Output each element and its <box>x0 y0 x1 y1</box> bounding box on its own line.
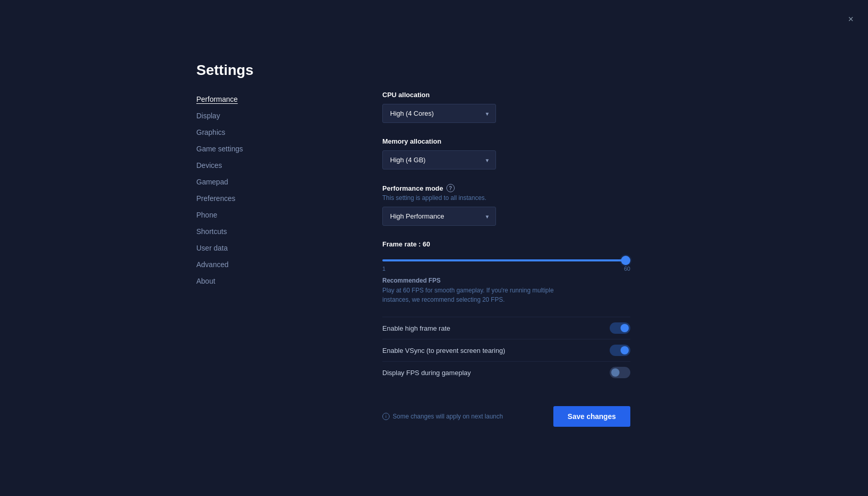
footer-note-text: Some changes will apply on next launch <box>393 413 503 420</box>
performance-mode-label-text: Performance mode <box>382 184 443 192</box>
slider-max-label: 60 <box>624 266 630 272</box>
performance-mode-help-icon[interactable]: ? <box>446 184 455 192</box>
sidebar-item-graphics[interactable]: Graphics <box>196 124 279 141</box>
settings-content: CPU allocation Low (1 Core) Medium (2 Co… <box>279 91 579 465</box>
sidebar: Performance Display Graphics Game settin… <box>196 91 279 465</box>
sidebar-item-devices[interactable]: Devices <box>196 157 279 174</box>
toggle-high-frame-rate-track <box>610 322 630 334</box>
frame-rate-slider[interactable] <box>382 259 630 261</box>
footer-info-icon: i <box>382 413 390 420</box>
sidebar-item-gamepad[interactable]: Gamepad <box>196 174 279 190</box>
memory-allocation-select[interactable]: Low (1 GB) Medium (2 GB) High (4 GB) Ult… <box>382 150 496 169</box>
cpu-allocation-label: CPU allocation <box>382 91 579 99</box>
close-button[interactable]: × <box>844 10 858 28</box>
footer-row: i Some changes will apply on next launch… <box>382 398 630 427</box>
slider-labels: 1 60 <box>382 266 630 272</box>
fps-info-text: Play at 60 FPS for smooth gameplay. If y… <box>382 286 579 304</box>
memory-allocation-label: Memory allocation <box>382 137 579 145</box>
toggle-display-fps-thumb <box>611 368 619 377</box>
performance-mode-select[interactable]: Low Power Balanced High Performance Ultr… <box>382 207 496 226</box>
performance-mode-dropdown-wrapper: Low Power Balanced High Performance Ultr… <box>382 207 496 226</box>
toggle-vsync-track <box>610 345 630 356</box>
toggle-high-frame-rate-label: Enable high frame rate <box>382 324 451 332</box>
fps-info: Recommended FPS Play at 60 FPS for smoot… <box>382 277 579 304</box>
page-title: Settings <box>196 62 253 79</box>
cpu-allocation-dropdown-wrapper: Low (1 Core) Medium (2 Cores) High (4 Co… <box>382 104 496 123</box>
toggle-display-fps[interactable] <box>610 367 630 378</box>
save-changes-button[interactable]: Save changes <box>553 406 630 427</box>
performance-mode-section: Performance mode ? This setting is appli… <box>382 184 579 226</box>
frame-rate-label: Frame rate : 60 <box>382 240 579 248</box>
performance-mode-label-row: Performance mode ? <box>382 184 579 192</box>
memory-allocation-section: Memory allocation Low (1 GB) Medium (2 G… <box>382 137 579 169</box>
toggle-high-frame-rate-row: Enable high frame rate <box>382 317 630 339</box>
toggle-vsync-label: Enable VSync (to prevent screen tearing) <box>382 347 505 354</box>
slider-container <box>382 254 630 264</box>
toggle-vsync-thumb <box>621 346 629 354</box>
toggle-display-fps-track <box>610 367 630 378</box>
toggle-display-fps-label: Display FPS during gameplay <box>382 369 471 377</box>
toggle-display-fps-row: Display FPS during gameplay <box>382 361 630 383</box>
sidebar-item-performance[interactable]: Performance <box>196 91 279 107</box>
cpu-allocation-section: CPU allocation Low (1 Core) Medium (2 Co… <box>382 91 579 123</box>
toggle-vsync-row: Enable VSync (to prevent screen tearing) <box>382 339 630 361</box>
sidebar-item-game-settings[interactable]: Game settings <box>196 141 279 157</box>
toggle-vsync[interactable] <box>610 345 630 356</box>
toggle-high-frame-rate-thumb <box>621 324 629 332</box>
sidebar-item-shortcuts[interactable]: Shortcuts <box>196 223 279 240</box>
fps-info-title: Recommended FPS <box>382 277 579 284</box>
performance-mode-sublabel: This setting is applied to all instances… <box>382 194 579 202</box>
slider-min-label: 1 <box>382 266 385 272</box>
sidebar-item-phone[interactable]: Phone <box>196 207 279 223</box>
sidebar-item-user-data[interactable]: User data <box>196 240 279 256</box>
cpu-allocation-select[interactable]: Low (1 Core) Medium (2 Cores) High (4 Co… <box>382 104 496 123</box>
memory-allocation-dropdown-wrapper: Low (1 GB) Medium (2 GB) High (4 GB) Ult… <box>382 150 496 169</box>
sidebar-item-display[interactable]: Display <box>196 107 279 124</box>
toggle-high-frame-rate[interactable] <box>610 322 630 334</box>
sidebar-item-advanced[interactable]: Advanced <box>196 256 279 273</box>
footer-note: i Some changes will apply on next launch <box>382 413 503 420</box>
frame-rate-section: Frame rate : 60 1 60 Recommended FPS Pla… <box>382 240 579 304</box>
sidebar-item-about[interactable]: About <box>196 273 279 289</box>
sidebar-item-preferences[interactable]: Preferences <box>196 190 279 207</box>
